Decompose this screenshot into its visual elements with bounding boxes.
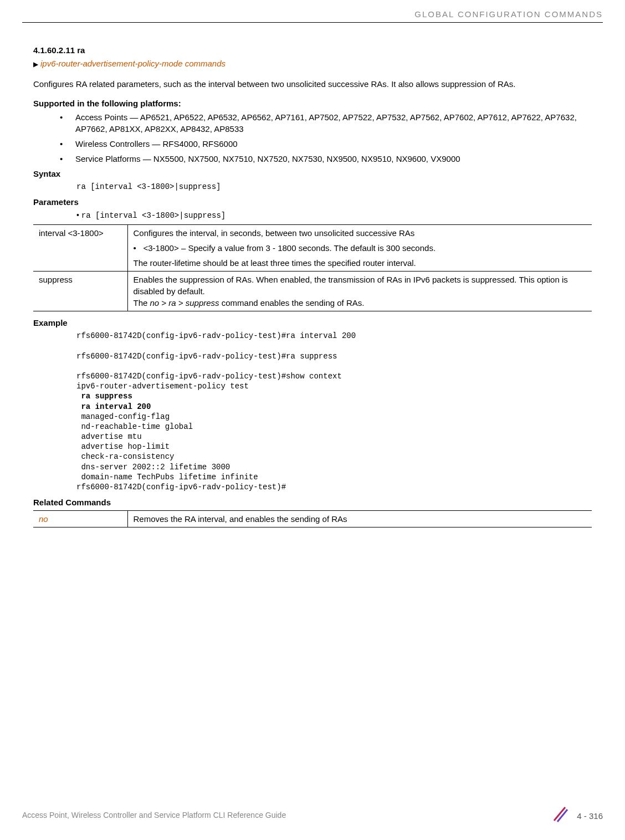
desc-text: The no > ra > suppress command enables t… [134, 297, 587, 309]
related-commands-table: no Removes the RA interval, and enables … [33, 510, 592, 527]
parameters-bullet: ra [interval <3-1800>|suppress] [33, 210, 592, 222]
subsection-link[interactable]: ▶ipv6-router-advertisement-policy-mode c… [33, 58, 592, 69]
desc-text: Configures the interval, in seconds, bet… [134, 227, 587, 239]
table-row: no Removes the RA interval, and enables … [33, 511, 592, 527]
supported-heading: Supported in the following platforms: [33, 98, 592, 109]
arrow-icon: ▶ [33, 60, 38, 68]
example-code-block: rfs6000-81742D(config-ipv6-radv-policy-t… [33, 331, 592, 492]
related-desc-cell: Removes the RA interval, and enables the… [127, 511, 592, 527]
list-item: Wireless Controllers — RFS4000, RFS6000 [60, 138, 592, 150]
slash-icon [551, 805, 568, 826]
table-row: suppress Enables the suppression of RAs.… [33, 272, 592, 311]
syntax-heading: Syntax [33, 168, 592, 180]
supported-platforms-list: Access Points — AP6521, AP6522, AP6532, … [33, 111, 592, 165]
header-rule [22, 22, 603, 23]
footer-title: Access Point, Wireless Controller and Se… [22, 810, 286, 821]
section-heading: 4.1.60.2.11 ra [33, 44, 592, 56]
section-title: ra [77, 45, 85, 55]
list-item: Service Platforms — NX5500, NX7500, NX75… [60, 153, 592, 165]
example-heading: Example [33, 317, 592, 329]
syntax-code: ra [interval <3-1800>|suppress] [33, 182, 592, 193]
param-name-cell: suppress [33, 272, 127, 311]
param-desc-cell: Enables the suppression of RAs. When ena… [127, 272, 592, 311]
parameters-heading: Parameters [33, 196, 592, 208]
param-desc-cell: Configures the interval, in seconds, bet… [127, 225, 592, 272]
parameters-table: interval <3-1800> Configures the interva… [33, 224, 592, 311]
running-header: GLOBAL CONFIGURATION COMMANDS [414, 8, 603, 20]
list-item: Access Points — AP6521, AP6522, AP6532, … [60, 111, 592, 135]
table-row: interval <3-1800> Configures the interva… [33, 225, 592, 272]
page-content: 4.1.60.2.11 ra ▶ipv6-router-advertisemen… [33, 44, 592, 533]
related-commands-heading: Related Commands [33, 496, 592, 508]
page-number: 4 - 316 [577, 810, 603, 822]
desc-text: The router-lifetime should be at least t… [134, 257, 587, 269]
param-name-cell: interval <3-1800> [33, 225, 127, 272]
desc-text: Enables the suppression of RAs. When ena… [134, 274, 587, 297]
section-number: 4.1.60.2.11 [33, 45, 75, 55]
desc-bullet: <3-1800> – Specify a value from 3 - 1800… [134, 242, 587, 254]
subsection-link-text: ipv6-router-advertisement-policy-mode co… [40, 59, 226, 68]
page-footer: Access Point, Wireless Controller and Se… [22, 805, 603, 826]
related-cmd-cell[interactable]: no [33, 511, 127, 527]
footer-right: 4 - 316 [551, 805, 603, 826]
intro-paragraph: Configures RA related parameters, such a… [33, 78, 592, 90]
